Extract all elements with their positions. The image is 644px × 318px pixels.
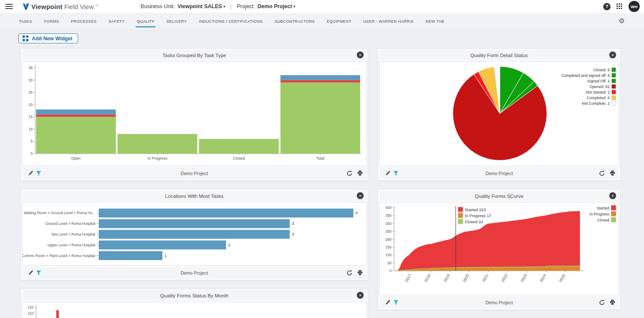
help-icon[interactable]: ? [603,3,611,10]
refresh-icon[interactable] [598,298,606,307]
edit-icon[interactable] [26,269,34,277]
project-selector[interactable]: Demo Project ▾ [258,3,295,9]
tabs: TASKSFORMSPROCESSESSAFETYQUALITYDELIVERY… [13,13,450,30]
tab-safety[interactable]: SAFETY [103,13,131,30]
filter-icon[interactable] [392,169,400,178]
svg-text:Started: Started [597,206,609,210]
tab-forms[interactable]: FORMS [38,13,65,30]
svg-text:20: 20 [29,103,33,107]
filter-icon[interactable] [34,269,43,277]
tab-quality[interactable]: QUALITY [131,13,160,30]
svg-text:Upper Level > Roma Hospital: Upper Level > Roma Hospital [48,243,95,247]
chart-tasks-grouped-by-task-type[interactable]: 05101520253035OpenIn ProgressClosedTotal [22,61,367,166]
svg-text:Open: Open [71,156,81,161]
filter-icon[interactable] [392,298,400,307]
top-bar: Viewpoint Field View ™ Business Unit: Vi… [0,0,644,13]
legend-swatch [611,90,616,94]
edit-icon[interactable] [26,169,34,178]
widget-project-label: Demo Project [379,171,619,176]
legend-swatch [611,101,616,106]
svg-text:2018: 2018 [423,273,431,283]
legend-item: Not Started: 2 [562,90,616,94]
widget-project-label: Demo Project [22,270,367,276]
close-icon[interactable]: ✕ [609,51,616,58]
edit-icon[interactable] [383,298,392,307]
business-unit-selector[interactable]: Viewpoint SALES ▾ [177,3,225,9]
legend-item: Opened: 81 [562,84,616,89]
widget-header: Quality Form Detail Status ✕ [379,50,619,61]
legend-item: Completed: 6 [562,95,616,100]
tab-equipment[interactable]: EQUIPMENT [321,13,357,30]
chevron-down-icon: ▾ [223,5,225,9]
avatar[interactable]: WH [629,1,640,12]
svg-text:350: 350 [386,213,392,218]
close-icon[interactable]: ✕ [357,192,364,199]
svg-text:4: 4 [355,211,358,215]
svg-text:25: 25 [29,90,33,94]
svg-text:Waiting Room > Ground Level >: Waiting Room > Ground Level > Roma Ho... [24,211,95,215]
tab-new-tab[interactable]: NEW TAB [420,13,450,30]
refresh-icon[interactable] [345,269,354,277]
tab-bar: TASKSFORMSPROCESSESSAFETYQUALITYDELIVERY… [0,13,644,30]
chart-quality-form-detail-status[interactable]: Closed: 9Completed and signed off: 5Sign… [379,61,619,166]
print-icon[interactable] [608,298,617,307]
close-icon[interactable]: ✕ [609,192,616,199]
tab-subcontractors[interactable]: SUBCONTRACTORS [269,13,321,30]
tab-delivery[interactable]: DELIVERY [161,13,193,30]
filter-icon[interactable] [34,169,43,178]
svg-text:Site Level > Roma Hospital: Site Level > Roma Hospital [51,232,95,236]
chevron-down-icon: ▾ [293,5,295,9]
legend-item: Completed and signed off: 5 [562,73,616,78]
dashboard: Add New Widget Tasks Grouped By Task Typ… [0,30,644,318]
svg-text:Comms Room > Plant Level > Rom: Comms Room > Plant Level > Roma Hospital [22,254,95,258]
svg-text:1: 1 [164,254,167,258]
svg-text:10: 10 [29,127,33,131]
separator: | [230,3,231,9]
svg-text:2021: 2021 [481,273,489,283]
print-icon[interactable] [608,169,617,178]
close-icon[interactable]: ✕ [357,292,364,299]
tab-inductions-certifications[interactable]: INDUCTIONS / CERTIFICATIONS [193,13,268,30]
svg-text:2022: 2022 [501,273,509,283]
tab-user-warren-harris[interactable]: USER - WARREN HARRIS [357,13,419,30]
tab-tasks[interactable]: TASKS [13,13,38,30]
svg-text:35: 35 [29,66,33,70]
svg-text:3: 3 [292,232,294,236]
svg-text:0: 0 [30,151,33,156]
widget-quality-forms-status-by-month: Quality Forms Status By Month ✕ 12011010… [21,289,368,318]
svg-text:15: 15 [29,115,33,119]
add-new-widget-button[interactable]: Add New Widget [18,33,78,43]
refresh-icon[interactable] [598,169,606,178]
chart-locations-with-most-tasks[interactable]: Waiting Room > Ground Level > Roma Ho...… [22,202,367,266]
close-icon[interactable]: ✕ [357,51,364,58]
widget-tasks-grouped-by-task-type: Tasks Grouped By Task Type ✕ 05101520253… [21,48,368,181]
chart-quality-forms-scurve[interactable]: 0501001502002503003504002017201820192020… [379,202,619,295]
svg-text:Total: Total [316,156,325,161]
svg-text:200: 200 [386,237,392,242]
print-icon[interactable] [355,269,364,277]
svg-text:2019: 2019 [443,273,451,283]
widget-header: Quality Forms Status By Month ✕ [22,290,367,301]
chart-quality-forms-status-by-month[interactable]: 1201101009080706050403020100 [22,302,367,318]
apps-grid-icon[interactable] [617,3,623,9]
widget-title: Quality Form Detail Status [470,53,528,58]
svg-text:120: 120 [27,305,33,309]
gear-icon[interactable]: ⚙ [619,18,625,24]
edit-icon[interactable] [383,169,392,178]
svg-text:5: 5 [30,139,33,143]
svg-text:In Progress: In Progress [589,212,610,216]
tab-processes[interactable]: PROCESSES [65,13,103,30]
svg-text:250: 250 [386,229,392,233]
refresh-icon[interactable] [345,169,354,178]
project-value: Demo Project [258,3,292,9]
print-icon[interactable] [355,169,364,178]
widget-title: Quality Forms Status By Month [160,293,228,298]
topbar-actions: ? WH [603,0,640,13]
svg-text:50: 50 [388,261,392,265]
brand-logo: Viewpoint Field View ™ [22,3,98,10]
menu-icon[interactable] [5,4,13,9]
widget-footer: Demo Project [22,167,367,179]
svg-text:2017: 2017 [404,273,412,283]
svg-text:2025: 2025 [558,273,566,283]
widget-header: Quality Forms SCurve ✕ [379,191,619,201]
